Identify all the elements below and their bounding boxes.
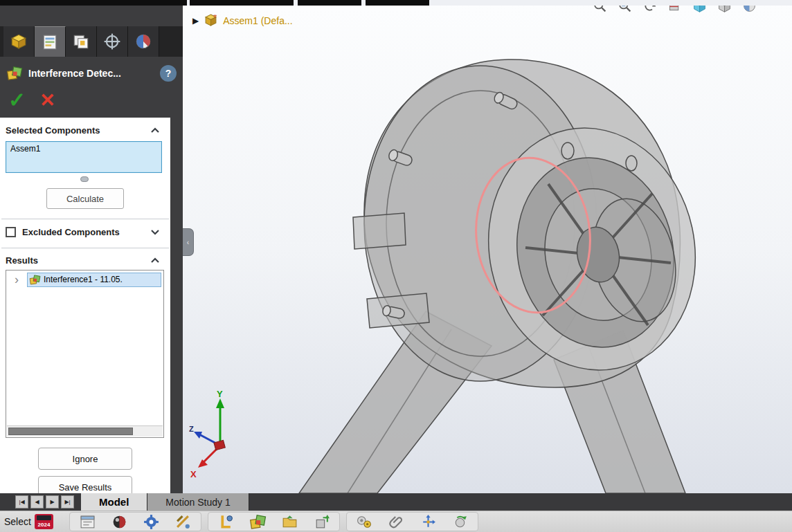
chevron-up-icon[interactable]: [150, 257, 161, 264]
tab-last-icon[interactable]: ▶|: [61, 495, 74, 508]
cancel-x-icon[interactable]: ✕: [39, 91, 55, 110]
results-label: Results: [6, 255, 150, 266]
section-divider: [1, 248, 169, 248]
triad-x-label: X: [190, 469, 197, 479]
gear-pair-icon[interactable]: [356, 513, 373, 531]
mate-bracket-icon[interactable]: [217, 513, 235, 531]
breadcrumb: ▶ Assem1 (Defa...: [192, 14, 293, 27]
tab-first-icon[interactable]: |◀: [15, 495, 28, 508]
display-style-icon[interactable]: [717, 6, 732, 13]
interference-detection-icon: [6, 65, 23, 82]
top-menu-strip: [0, 0, 792, 6]
section-divider: [1, 219, 169, 219]
tab-navigation: |◀ ◀ ▶ ▶|: [0, 493, 81, 511]
tab-property-manager[interactable]: [35, 26, 66, 57]
solidworks-window: Interference Detec... ? ✓ ✕ Selected Com…: [0, 0, 792, 532]
selected-components-label: Selected Components: [6, 125, 150, 136]
results-header: Results: [0, 253, 170, 267]
tree-expander-icon[interactable]: ▶: [192, 16, 199, 26]
heads-up-view-toolbar: [593, 6, 757, 13]
command-tab-segment: [190, 0, 294, 6]
property-form-icon: [41, 33, 59, 51]
tab-configuration-manager[interactable]: [66, 26, 97, 57]
section-view-icon[interactable]: [667, 6, 682, 13]
version-badge-label: 2024: [38, 522, 51, 528]
measure-caliper-icon[interactable]: [174, 513, 192, 531]
save-results-button[interactable]: Save Results: [38, 476, 132, 493]
calculate-button[interactable]: Calculate: [46, 188, 124, 209]
tab-dimxpert-manager[interactable]: [97, 26, 128, 57]
appearance-sphere-icon[interactable]: [742, 6, 757, 13]
assembly-3d-model[interactable]: [183, 6, 792, 493]
toolbar-group-assembly: [208, 512, 340, 531]
tab-display-manager[interactable]: [128, 26, 159, 57]
status-bar: Select 2024: [0, 511, 792, 532]
results-list[interactable]: › Interference1 - 11.05.: [6, 270, 164, 438]
tab-feature-manager[interactable]: [3, 26, 35, 57]
menu-segment: [0, 0, 187, 6]
main-area: Interference Detec... ? ✓ ✕ Selected Com…: [0, 6, 792, 493]
render-sphere-icon[interactable]: [111, 513, 128, 531]
selected-components-header: Selected Components: [0, 123, 170, 137]
property-manager-header: Interference Detec... ?: [0, 61, 183, 86]
rotate-component-icon[interactable]: [451, 513, 469, 531]
configurations-icon: [72, 33, 90, 51]
breadcrumb-assembly-name[interactable]: Assem1 (Defa...: [223, 15, 292, 26]
tab-next-icon[interactable]: ▶: [46, 495, 59, 508]
scrollbar-thumb[interactable]: [8, 428, 133, 435]
excluded-components-checkbox[interactable]: [6, 227, 16, 237]
gear-blue-icon[interactable]: [143, 513, 160, 531]
panel-title: Interference Detec...: [28, 68, 154, 79]
manager-tabs: [0, 26, 183, 57]
property-manager-panel: Interference Detec... ? ✓ ✕ Selected Com…: [0, 6, 183, 493]
selected-components-listbox[interactable]: Assem1: [6, 141, 162, 173]
property-manager-actions: ✓ ✕: [0, 86, 183, 115]
interference-detection-tool-icon[interactable]: [249, 513, 267, 531]
tab-previous-icon[interactable]: ◀: [30, 495, 44, 508]
tab-motion-study-label: Motion Study 1: [165, 497, 230, 508]
result-selected-item[interactable]: Interference1 - 11.05.: [27, 273, 161, 287]
form-window-icon[interactable]: [79, 513, 96, 531]
ignore-button[interactable]: Ignore: [38, 448, 132, 470]
chevron-down-icon[interactable]: [150, 228, 161, 236]
selected-component-item[interactable]: Assem1: [6, 142, 161, 156]
zoom-fit-icon[interactable]: [593, 6, 607, 13]
tab-model[interactable]: Model: [81, 493, 147, 511]
exploded-view-icon[interactable]: [313, 513, 330, 531]
insert-component-folder-icon[interactable]: [281, 513, 298, 531]
graphics-area[interactable]: ▶ Assem1 (Defa...: [183, 6, 792, 493]
feature-tree-icon: [10, 33, 28, 51]
result-row[interactable]: › Interference1 - 11.05.: [6, 270, 163, 288]
tab-model-label: Model: [99, 496, 129, 508]
interference-result-icon: [29, 274, 41, 286]
paperclip-icon[interactable]: [388, 513, 405, 531]
command-tab-segment: [298, 0, 361, 6]
move-component-icon[interactable]: [420, 513, 437, 531]
panel-collapse-handle[interactable]: ‹: [183, 228, 194, 256]
view-orientation-cube-icon[interactable]: [692, 6, 707, 13]
horizontal-scrollbar[interactable]: [7, 425, 163, 437]
document-tab-bar: |◀ ◀ ▶ ▶| Model Motion Study 1: [0, 493, 792, 511]
ok-check-icon[interactable]: ✓: [8, 90, 26, 111]
coordinate-triad: Y Z X: [188, 390, 251, 480]
resize-grip[interactable]: [80, 176, 89, 182]
crosshair-icon: [103, 33, 121, 51]
expand-arrow-icon[interactable]: ›: [10, 273, 23, 286]
triad-z-label: Z: [189, 425, 194, 433]
result-item-label: Interference1 - 11.05.: [44, 275, 123, 284]
toolbar-group-motion: [346, 512, 478, 531]
assembly-icon: [204, 14, 217, 27]
previous-view-icon[interactable]: [642, 6, 657, 13]
excluded-components-header: Excluded Components: [0, 223, 170, 240]
excluded-components-label: Excluded Components: [22, 227, 143, 237]
property-manager-body: Selected Components Assem1 Calculate Exc…: [0, 118, 170, 493]
solidworks-version-badge[interactable]: 2024: [35, 514, 53, 529]
display-sphere-icon: [134, 33, 152, 51]
status-mode-text: Select: [4, 516, 35, 527]
command-tab-segment: [366, 0, 429, 6]
help-icon[interactable]: ?: [160, 65, 177, 82]
chevron-up-icon[interactable]: [150, 127, 161, 134]
toolbar-group-evaluate: [69, 512, 201, 531]
tab-motion-study-1[interactable]: Motion Study 1: [147, 493, 249, 511]
zoom-area-icon[interactable]: [618, 6, 632, 13]
